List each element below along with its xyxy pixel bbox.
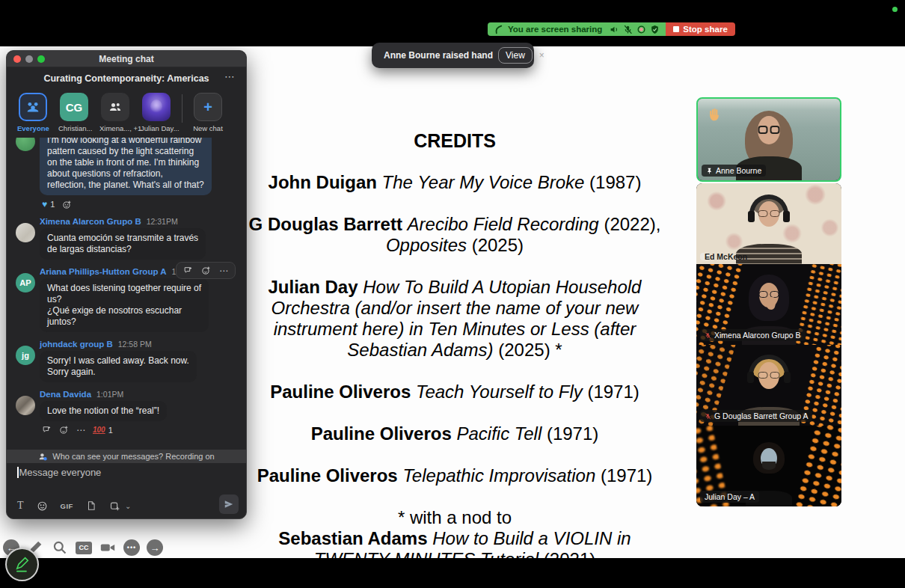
speaker-icon[interactable]: [610, 25, 619, 34]
hundred-reaction[interactable]: 100: [93, 426, 105, 434]
plus-icon: +: [194, 93, 222, 121]
tab-ximena-group[interactable]: Ximena..., +1: [99, 93, 131, 132]
chat-message: I'm now looking at a wonderful rainbow p…: [7, 138, 246, 209]
close-window-button[interactable]: [13, 55, 21, 63]
format-text-icon[interactable]: T: [17, 500, 24, 512]
sender-name[interactable]: Ximena Alarcon Grupo B: [40, 217, 141, 226]
privacy-notice-text: Who can see your messages? Recording on: [52, 452, 214, 461]
next-arrow-button[interactable]: →: [147, 539, 163, 556]
text-caret: [17, 467, 19, 478]
more-actions-icon[interactable]: ⋯: [219, 266, 228, 275]
avatar[interactable]: [16, 138, 35, 151]
share-swoosh-icon: [494, 25, 503, 34]
view-button[interactable]: View: [498, 47, 533, 64]
video-camera-button[interactable]: [99, 539, 117, 557]
chat-window-title: Meeting chat: [99, 54, 153, 64]
share-banner-text: You are screen sharing: [508, 25, 602, 34]
video-tile-julian-day[interactable]: Julian Day – A: [696, 426, 841, 506]
group-icon: [25, 99, 41, 115]
message-bubble: What does listening together require of …: [40, 278, 209, 332]
chat-tabs: Everyone CG Christian... Ximena..., +1 J…: [7, 90, 246, 138]
tabs-divider: [182, 94, 182, 123]
privacy-person-icon: [38, 452, 48, 462]
avatar-photo: [142, 93, 171, 121]
heart-reaction[interactable]: ♥: [42, 199, 47, 209]
screenshot-icon[interactable]: [109, 500, 120, 512]
add-reaction-icon[interactable]: [59, 425, 69, 435]
file-icon[interactable]: [86, 500, 96, 511]
zoom-search-button[interactable]: [51, 539, 69, 557]
privacy-notice-bar: Who can see your messages? Recording on: [7, 450, 246, 463]
recording-icon[interactable]: [636, 25, 646, 34]
gif-icon[interactable]: GIF: [61, 502, 73, 510]
sender-name[interactable]: johndack group B: [40, 340, 113, 349]
quote-reply-icon[interactable]: [183, 266, 193, 275]
credit-line: Pauline Oliveros Teach Yourself to Fly (…: [224, 382, 685, 402]
chevron-down-icon[interactable]: ⌄: [125, 502, 131, 510]
chat-message-list: I'm now looking at a wonderful rainbow p…: [7, 138, 246, 448]
people-icon: [108, 99, 123, 114]
chat-message: Dena Davida1:01PM Love the notion of the…: [7, 390, 246, 435]
participant-name-label: Anne Bourne: [702, 165, 766, 177]
more-options-button[interactable]: •••: [123, 539, 140, 556]
closed-captions-button[interactable]: CC: [76, 542, 92, 554]
video-tile-ximena[interactable]: Ximena Alarcon Grupo B: [696, 264, 841, 345]
avatar[interactable]: AP: [16, 273, 35, 293]
sender-name[interactable]: Dena Davida: [40, 390, 91, 399]
send-plane-icon: [224, 499, 234, 509]
avatar[interactable]: [16, 396, 35, 415]
mic-muted-icon[interactable]: [623, 25, 633, 34]
new-chat-button[interactable]: + New chat: [192, 93, 224, 132]
active-annotation-tool[interactable]: [5, 548, 39, 581]
input-placeholder: Message everyone: [19, 467, 102, 478]
chat-message: jg johndack group B12:58 PM Sorry! I was…: [7, 340, 246, 382]
credit-line: Sebastian Adams) (2025) *: [224, 340, 685, 361]
minimize-window-button[interactable]: [25, 55, 33, 63]
credit-line: Orchestra (and/or insert the name of you…: [224, 298, 685, 319]
message-input[interactable]: Message everyone: [17, 467, 101, 478]
participant-name-label: G Douglas Barrett Group A: [700, 410, 812, 422]
credit-line: Julian Day How To Build A Utopian Househ…: [224, 277, 685, 298]
video-tile-g-douglas-barrett[interactable]: G Douglas Barrett Group A: [696, 345, 841, 426]
video-tile-ed-mckeon[interactable]: Ed McKeon: [696, 183, 841, 264]
message-bubble: Cuanta emoción se transmite a través de …: [40, 228, 206, 260]
security-shield-icon[interactable]: [650, 25, 660, 34]
tab-julian-day[interactable]: Julian Day...: [141, 93, 172, 132]
avatar[interactable]: [16, 223, 35, 242]
tab-christian[interactable]: CG Christian...: [58, 93, 90, 132]
chat-titlebar: Meeting chat: [7, 51, 246, 67]
video-tile-anne-bourne[interactable]: Anne Bourne: [696, 97, 841, 182]
send-button[interactable]: [219, 494, 239, 514]
timestamp: 12:58 PM: [118, 340, 152, 349]
conversation-header: Curating Contemporaneity: Americas ⋯: [7, 67, 246, 90]
add-reaction-icon[interactable]: [62, 200, 72, 209]
add-reaction-icon[interactable]: [201, 266, 211, 275]
sender-name[interactable]: Ariana Phillips-Hutton Group A: [40, 267, 167, 276]
participant-name-label: Ximena Alarcon Grupo B: [700, 329, 806, 341]
credits-title: CREDITS: [224, 130, 685, 151]
credit-line: TWENTY MINUTES Tutorial (2021): [224, 549, 685, 570]
tab-everyone[interactable]: Everyone: [17, 93, 49, 132]
chat-message: Ximena Alarcon Grupo B12:31PM Cuanta emo…: [7, 217, 246, 260]
credit-line: John Duigan The Year My Voice Broke (198…: [224, 172, 685, 193]
pin-icon: [706, 168, 713, 174]
screen-share-banner: You are screen sharing Stop share: [488, 22, 735, 36]
zoom-window-button[interactable]: [37, 55, 45, 63]
menubar-camera-indicator-dot: [892, 7, 898, 12]
stop-share-button[interactable]: Stop share: [666, 22, 734, 36]
credit-footnote: * with a nod to: [224, 507, 685, 528]
toast-close-icon[interactable]: ×: [539, 50, 544, 61]
chat-input-toolbar: T GIF ⌄: [17, 500, 239, 512]
conversation-more-icon[interactable]: ⋯: [224, 70, 236, 82]
more-actions-icon[interactable]: ⋯: [76, 426, 85, 435]
conversation-title: Curating Contemporaneity: Americas: [43, 73, 209, 84]
green-pencil-icon: [13, 555, 32, 575]
timestamp: 12:31PM: [147, 217, 178, 226]
quote-reply-icon[interactable]: [42, 425, 52, 435]
message-bubble: Sorry! I was called away. Back now. Sorr…: [40, 351, 197, 382]
message-bubble: Love the notion of the “real”!: [40, 401, 167, 421]
credit-line: Opposites (2025): [224, 235, 685, 256]
raised-hand-icon: [707, 107, 722, 122]
avatar[interactable]: jg: [16, 346, 35, 365]
emoji-icon[interactable]: [37, 500, 48, 512]
